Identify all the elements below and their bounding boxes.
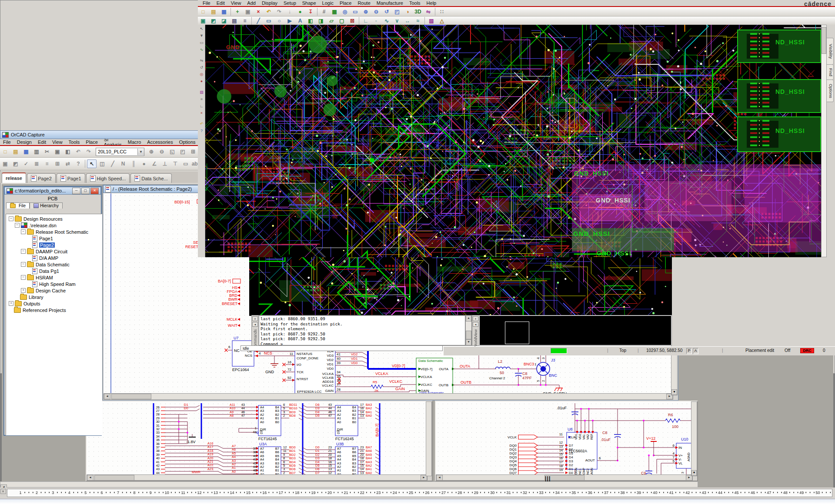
capture-menu-file[interactable]: File bbox=[0, 139, 14, 145]
console-scrollbar[interactable]: ▲ ▼ bbox=[465, 315, 471, 345]
allegro-menu-manufacture[interactable]: Manufacture bbox=[374, 0, 406, 6]
mirror-icon[interactable]: ⇋ bbox=[198, 57, 205, 63]
zoom-previous-icon[interactable]: ↺ bbox=[382, 7, 391, 16]
redo-icon[interactable]: ↷ bbox=[274, 7, 284, 16]
print-icon[interactable]: ▥ bbox=[32, 147, 41, 156]
color-layer-icon[interactable]: ▧ bbox=[198, 89, 205, 95]
padstack-icon[interactable]: ◎ bbox=[198, 71, 205, 77]
doc-tab-release[interactable]: release bbox=[2, 172, 26, 183]
datatips-icon[interactable]: ▭ bbox=[198, 39, 205, 46]
zoom-in-icon[interactable]: ⊕ bbox=[147, 147, 156, 156]
pin-icon[interactable]: ↧ bbox=[306, 7, 315, 16]
assign-color-icon[interactable]: ▧ bbox=[427, 17, 436, 25]
shape-add-icon[interactable]: ◧ bbox=[306, 17, 315, 25]
add-rect-icon[interactable]: ▭ bbox=[264, 17, 274, 25]
allegro-menu-route[interactable]: Route bbox=[354, 0, 373, 6]
route-icon[interactable]: ∿ bbox=[198, 46, 205, 53]
pane-left-vscrollbar[interactable] bbox=[426, 401, 432, 476]
tab-find[interactable]: Find bbox=[827, 64, 834, 80]
allegro-menu-edit[interactable]: Edit bbox=[214, 0, 228, 6]
part-combo[interactable]: 20L10_PLCC ▼ bbox=[96, 148, 144, 156]
allegro-menu-file[interactable]: File bbox=[200, 0, 214, 6]
pcb-design-area[interactable]: GNDND_HSSIND_HSSIND_HSSIGND_HSSIGND_HSSI… bbox=[205, 25, 821, 257]
tab-file[interactable]: File bbox=[6, 202, 30, 209]
capture-menu-view[interactable]: View bbox=[49, 139, 66, 145]
help-icon[interactable]: ? bbox=[198, 127, 205, 134]
drc-badge[interactable]: DRC bbox=[800, 348, 814, 353]
tree-item-d-a-amp[interactable]: D/A AMP bbox=[8, 255, 102, 261]
doc-tab-high-speed-[interactable]: High Speed... bbox=[86, 173, 130, 183]
tree-item-outputs[interactable]: +Outputs bbox=[8, 300, 102, 307]
zoom-fit-icon[interactable]: ▭ bbox=[351, 7, 360, 16]
flip-design-icon[interactable]: ⇋ bbox=[424, 7, 433, 16]
tree-item-release-root-schematic[interactable]: −Release Root Schematic bbox=[8, 229, 102, 235]
pane-right-hscrollbar[interactable]: ◄III► bbox=[436, 474, 693, 481]
highlight-icon[interactable]: ● bbox=[295, 7, 305, 16]
select-icon[interactable]: ↖ bbox=[198, 25, 205, 32]
design-rules-check-icon[interactable]: ✓ bbox=[21, 159, 31, 168]
pcb-design-area-lower[interactable] bbox=[249, 257, 672, 316]
erase-icon[interactable]: × bbox=[198, 109, 205, 116]
bottom-scroll-strip[interactable]: ◄ bbox=[0, 481, 698, 487]
tree-expander-icon[interactable]: − bbox=[21, 262, 26, 267]
tree-expander-icon[interactable]: − bbox=[15, 223, 20, 228]
pcb-canvas-lower[interactable] bbox=[249, 257, 672, 316]
grid-dots-icon[interactable]: ∷ bbox=[437, 7, 447, 16]
close-icon[interactable]: x bbox=[252, 316, 258, 321]
tree-item-design-resources[interactable]: −Design Resources bbox=[8, 216, 102, 222]
tree-item-data-schematic[interactable]: −Data Schematic bbox=[8, 261, 102, 268]
capture-menu-tools[interactable]: Tools bbox=[66, 139, 83, 145]
scroll-left-icon[interactable]: ◄ bbox=[104, 394, 110, 399]
new-icon[interactable]: □ bbox=[0, 147, 10, 156]
bubble-icon[interactable]: ◦ bbox=[371, 17, 381, 25]
tree-item-hsram[interactable]: −HSRAM bbox=[8, 274, 102, 281]
create-netlist-icon[interactable]: ≣ bbox=[32, 159, 41, 168]
dock-icon[interactable]: ◂ bbox=[473, 322, 478, 327]
undo-icon[interactable]: ↶ bbox=[264, 7, 274, 16]
close-icon[interactable]: x bbox=[473, 316, 478, 321]
annotate-icon[interactable]: ⊞ bbox=[188, 147, 198, 156]
schematic-hscrollbar[interactable]: ◄ ► bbox=[104, 393, 673, 400]
close-button[interactable]: ✕ bbox=[90, 188, 99, 194]
reports-icon[interactable]: ▤ bbox=[230, 17, 239, 25]
place-bus-entry-icon[interactable]: ∠ bbox=[150, 159, 159, 168]
tree-expander-icon[interactable]: − bbox=[21, 229, 26, 234]
zoom-point-icon[interactable]: ◎ bbox=[340, 7, 350, 16]
allegro-menu-setup[interactable]: Setup bbox=[281, 0, 299, 6]
tree-expander-icon[interactable]: + bbox=[21, 288, 26, 293]
save-icon[interactable]: ▦ bbox=[219, 7, 229, 16]
bom-icon[interactable]: ≡ bbox=[42, 159, 52, 168]
tab-hierarchy[interactable]: Hierarchy bbox=[30, 202, 63, 209]
tree-item-library[interactable]: Library bbox=[8, 294, 102, 300]
tree-item-daamp-circuit[interactable]: −DAAMP Circuit bbox=[8, 248, 102, 255]
pane-left-hscrollbar[interactable]: ◄► bbox=[87, 474, 428, 481]
tree-expander-icon[interactable]: − bbox=[21, 249, 26, 254]
part-search-icon[interactable]: ? bbox=[73, 159, 83, 168]
allegro-menu-logic[interactable]: Logic bbox=[319, 0, 337, 6]
scroll-up-icon[interactable]: ▲ bbox=[466, 315, 471, 322]
shape-subtract-icon[interactable]: ◨ bbox=[316, 17, 326, 25]
select-icon[interactable]: ↖ bbox=[87, 159, 97, 168]
online-drc-state[interactable]: Off bbox=[785, 348, 790, 353]
project-titlebar[interactable]: c:\formation\pcb_edito... ─ ▢ ✕ bbox=[4, 187, 101, 195]
annotate-icon[interactable]: ▣ bbox=[0, 159, 10, 168]
allegro-menu-view[interactable]: View bbox=[228, 0, 244, 6]
tab-options[interactable]: Options bbox=[827, 80, 834, 102]
copy-icon[interactable]: ▣ bbox=[243, 7, 253, 16]
allegro-menu-shape[interactable]: Shape bbox=[299, 0, 319, 6]
place-part-icon[interactable]: ◫ bbox=[97, 159, 107, 168]
worldview-canvas[interactable] bbox=[479, 315, 671, 345]
delete-island-icon[interactable]: ⊠ bbox=[347, 17, 357, 25]
place-power-icon[interactable]: ⊥ bbox=[160, 159, 170, 168]
p-toggle[interactable]: P bbox=[686, 348, 692, 354]
worldview-viewport-rect[interactable] bbox=[505, 322, 529, 344]
add-arrow-icon[interactable]: ▶ bbox=[285, 17, 294, 25]
scroll-thumb[interactable] bbox=[111, 394, 151, 399]
superfilter-icon[interactable]: ▼ bbox=[198, 32, 205, 39]
a-toggle[interactable]: A bbox=[693, 348, 698, 354]
pane-left-canvas[interactable]: 2627282930313233343536373839404142434445… bbox=[87, 401, 427, 475]
pcb-canvas[interactable] bbox=[205, 25, 821, 257]
capture-menu-accessories[interactable]: Accessories bbox=[144, 139, 176, 145]
tree-item-data-pg1[interactable]: Data Pg1 bbox=[8, 268, 102, 274]
measure-icon[interactable]: ∟ bbox=[198, 103, 205, 109]
